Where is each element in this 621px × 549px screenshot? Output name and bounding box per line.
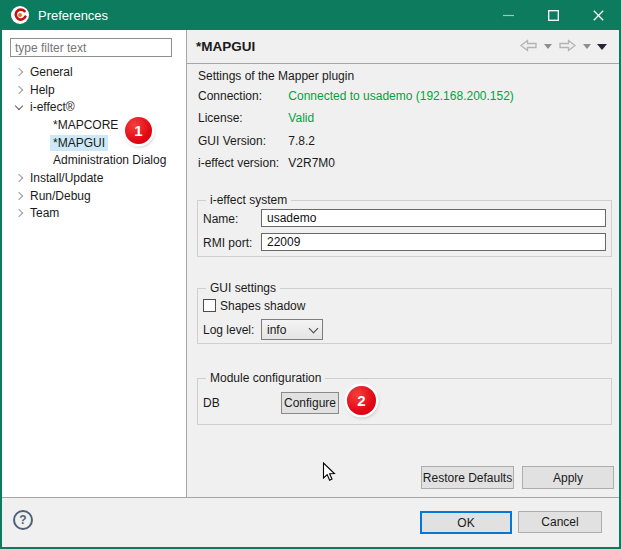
- filter-input[interactable]: [10, 38, 172, 57]
- chevron-right-icon[interactable]: [13, 175, 27, 181]
- module-configuration-group: Module configuration DB Configure: [197, 378, 612, 425]
- forward-arrow-icon[interactable]: [558, 39, 577, 55]
- preference-tree-sidebar: General Help i-effect® *MAPCORE *MAPGUI …: [0, 30, 187, 497]
- rmi-port-label: RMI port:: [203, 236, 252, 250]
- tree-item-general[interactable]: General: [0, 63, 185, 81]
- tree-item-mapgui[interactable]: *MAPGUI: [0, 134, 185, 152]
- gui-settings-group: GUI settings Shapes shadow Log level: in…: [197, 288, 612, 344]
- chevron-right-icon[interactable]: [13, 69, 27, 75]
- tree-item-help[interactable]: Help: [0, 81, 185, 99]
- license-value: Valid: [288, 111, 314, 125]
- name-field[interactable]: [261, 209, 606, 227]
- back-arrow-icon[interactable]: [519, 39, 538, 55]
- minimize-button[interactable]: [486, 0, 531, 30]
- view-menu-icon[interactable]: [597, 44, 607, 50]
- help-icon[interactable]: ?: [13, 510, 33, 530]
- license-row: License: Valid: [198, 111, 314, 126]
- chevron-right-icon[interactable]: [13, 210, 27, 216]
- gui-version-value: 7.8.2: [288, 134, 315, 148]
- annotation-badge-1: 1: [125, 117, 152, 144]
- rmi-port-field[interactable]: [261, 233, 606, 251]
- preference-tree: General Help i-effect® *MAPCORE *MAPGUI …: [0, 63, 185, 222]
- mouse-cursor: [322, 462, 336, 485]
- maximize-button[interactable]: [531, 0, 576, 30]
- connection-value: Connected to usademo (192.168.200.152): [288, 89, 514, 103]
- back-history-dropdown-icon[interactable]: [544, 44, 552, 49]
- configure-button[interactable]: Configure: [281, 392, 339, 414]
- name-label: Name:: [203, 212, 238, 226]
- chevron-right-icon[interactable]: [13, 87, 27, 93]
- gui-settings-group-title: GUI settings: [206, 281, 280, 295]
- tree-item-administration-dialog[interactable]: Administration Dialog: [0, 151, 185, 169]
- forward-history-dropdown-icon[interactable]: [583, 44, 591, 49]
- chevron-right-icon[interactable]: [13, 193, 27, 199]
- tree-item-install-update[interactable]: Install/Update: [0, 169, 185, 187]
- tree-item-team[interactable]: Team: [0, 205, 185, 223]
- close-button[interactable]: [576, 0, 621, 30]
- connection-row: Connection: Connected to usademo (192.16…: [198, 89, 514, 104]
- shapes-shadow-label: Shapes shadow: [220, 299, 305, 313]
- tree-item-i-effect[interactable]: i-effect®: [0, 98, 185, 116]
- log-level-select[interactable]: info: [261, 319, 323, 340]
- shapes-shadow-checkbox[interactable]: [203, 299, 216, 312]
- log-level-value: info: [267, 323, 286, 337]
- gui-version-row: GUI Version: 7.8.2: [198, 134, 315, 149]
- i-effect-system-group-title: i-effect system: [206, 193, 291, 207]
- page-description: Settings of the Mapper plugin: [198, 69, 354, 83]
- title-bar: Preferences: [0, 0, 621, 30]
- page-title: *MAPGUI: [196, 39, 255, 54]
- tree-item-mapcore[interactable]: *MAPCORE: [0, 116, 185, 134]
- app-logo-icon: [11, 6, 29, 24]
- page-nav-toolbar: [519, 39, 607, 55]
- connection-label: Connection:: [198, 89, 285, 103]
- cancel-button[interactable]: Cancel: [518, 511, 602, 533]
- annotation-badge-2: 2: [347, 386, 376, 415]
- license-label: License:: [198, 111, 285, 125]
- gui-version-label: GUI Version:: [198, 134, 285, 148]
- page-header: *MAPGUI: [187, 30, 621, 64]
- i-effect-system-group: i-effect system Name: RMI port:: [197, 200, 612, 257]
- ok-button[interactable]: OK: [420, 511, 512, 534]
- log-level-label: Log level:: [203, 323, 254, 337]
- ieffect-version-label: i-effect version:: [198, 156, 285, 170]
- chevron-down-icon[interactable]: [13, 105, 27, 109]
- ieffect-version-value: V2R7M0: [288, 156, 335, 170]
- ieffect-version-row: i-effect version: V2R7M0: [198, 156, 335, 171]
- preference-page: *MAPGUI Settings of the Mapper plugin Co…: [187, 30, 621, 497]
- dialog-button-bar: ? OK Cancel: [0, 497, 621, 549]
- combo-chevron-icon: [309, 323, 319, 333]
- db-label: DB: [203, 396, 220, 410]
- window-title: Preferences: [38, 8, 108, 23]
- module-configuration-group-title: Module configuration: [206, 371, 325, 385]
- restore-defaults-button[interactable]: Restore Defaults: [421, 466, 514, 489]
- apply-button[interactable]: Apply: [522, 466, 614, 489]
- tree-item-run-debug[interactable]: Run/Debug: [0, 187, 185, 205]
